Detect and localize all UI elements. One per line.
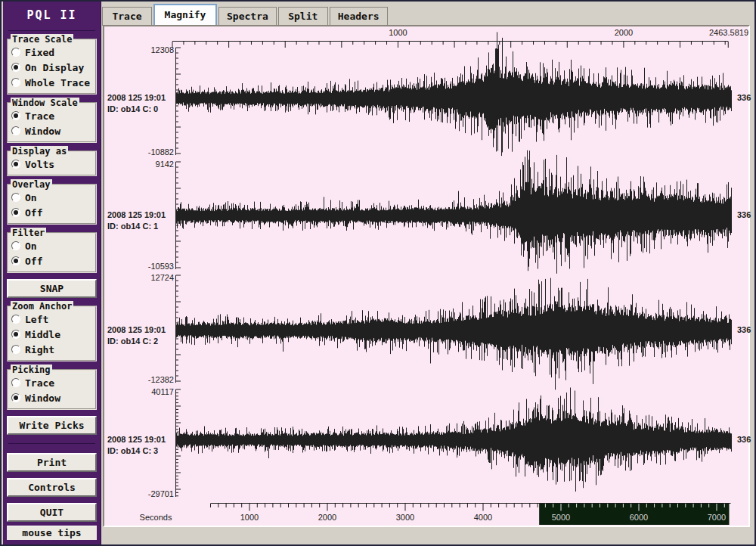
- radio-label: Trace: [25, 110, 54, 122]
- bottom-axis-label: 5000: [552, 513, 570, 522]
- group-filter: FilterOnOff: [7, 232, 97, 273]
- radio-icon[interactable]: [11, 241, 20, 250]
- tab-magnify[interactable]: Magnify: [153, 4, 217, 26]
- waveform-trace-1: [176, 150, 732, 274]
- snap-button[interactable]: SNAP: [7, 279, 97, 298]
- group-label: Overlay: [11, 179, 52, 190]
- radio-zoom-anchor-left[interactable]: Left: [11, 312, 93, 327]
- radio-selected-icon[interactable]: [11, 160, 20, 169]
- radio-icon[interactable]: [11, 126, 20, 135]
- trace-right-label: 336: [737, 325, 751, 334]
- radio-zoom-anchor-middle[interactable]: Middle: [11, 327, 93, 342]
- bottom-axis-label: 1000: [240, 513, 259, 522]
- trace-ymax-label: 12308: [150, 45, 174, 54]
- radio-picking-window[interactable]: Window: [11, 390, 93, 405]
- trace-ymax-label: 12724: [150, 273, 174, 282]
- radio-label: Fixed: [25, 47, 54, 58]
- group-zoom-anchor: Zoom AnchorLeftMiddleRight: [7, 306, 97, 361]
- radio-picking-trace[interactable]: Trace: [11, 375, 93, 390]
- mouse-tips-button[interactable]: mouse tips: [7, 526, 97, 540]
- group-display-as: Display asVolts: [7, 150, 97, 176]
- waveform-trace-3: [176, 388, 732, 492]
- group-picking: PickingTraceWindow: [7, 369, 97, 410]
- top-axis-label: 2463.5819: [709, 28, 748, 37]
- radio-filter-on[interactable]: On: [11, 238, 93, 253]
- controls-button[interactable]: Controls: [7, 478, 97, 497]
- group-label: Window Scale: [11, 98, 79, 108]
- radio-selected-icon[interactable]: [11, 256, 20, 265]
- radio-label: Trace: [25, 377, 54, 389]
- radio-label: On Display: [25, 62, 84, 73]
- tab-headers[interactable]: Headers: [330, 7, 388, 26]
- trace-date-label: 2008 125 19:01: [107, 325, 166, 334]
- bottom-axis-label: 7000: [708, 513, 726, 522]
- trace-date-label: 2008 125 19:01: [107, 210, 166, 219]
- bottom-axis-units-label: Seconds: [140, 513, 172, 522]
- group-label: Filter: [11, 228, 46, 238]
- trace-date-label: 2008 125 19:01: [107, 93, 166, 102]
- trace-date-label: 2008 125 19:01: [107, 435, 166, 444]
- group-label: Display as: [11, 146, 68, 157]
- radio-trace-scale-fixed[interactable]: Fixed: [11, 45, 93, 60]
- radio-selected-icon[interactable]: [11, 393, 20, 402]
- seismic-plot: 1000200030004000500060007000Seconds10002…: [104, 26, 751, 529]
- radio-icon[interactable]: [11, 315, 20, 324]
- group-label: Zoom Anchor: [11, 301, 73, 312]
- trace-ymin-label: -29701: [148, 489, 174, 498]
- radio-label: Off: [25, 207, 42, 219]
- plot-panel: 1000200030004000500060007000Seconds10002…: [103, 25, 750, 527]
- trace-id-label: ID: ob14 C: 2: [107, 337, 158, 346]
- tab-trace[interactable]: Trace: [102, 7, 152, 26]
- tab-spectra[interactable]: Spectra: [218, 7, 277, 26]
- radio-trace-scale-whole-trace[interactable]: Whole Trace: [11, 75, 93, 90]
- print-button[interactable]: Print: [7, 453, 97, 472]
- radio-trace-scale-on-display[interactable]: On Display: [11, 60, 93, 75]
- radio-icon[interactable]: [11, 345, 20, 354]
- trace-right-label: 336: [737, 210, 751, 219]
- radio-zoom-anchor-right[interactable]: Right: [11, 342, 93, 357]
- radio-label: Window: [25, 392, 60, 404]
- radio-window-scale-trace[interactable]: Trace: [11, 108, 93, 123]
- top-axis-label: 1000: [389, 28, 407, 37]
- trace-id-label: ID: ob14 C: 3: [107, 446, 158, 455]
- radio-overlay-on[interactable]: On: [11, 190, 93, 205]
- radio-label: Middle: [25, 329, 60, 340]
- write-picks-button[interactable]: Write Picks: [7, 416, 97, 435]
- radio-label: Volts: [25, 159, 54, 170]
- radio-icon[interactable]: [11, 48, 20, 57]
- sidebar-separator: [8, 30, 95, 31]
- trace-id-label: ID: ob14 C: 0: [107, 104, 158, 113]
- bottom-axis-label: 2000: [318, 513, 336, 522]
- radio-selected-icon[interactable]: [11, 111, 20, 120]
- tab-bar: TraceMagnifySpectraSplitHeaders: [102, 3, 753, 26]
- radio-filter-off[interactable]: Off: [11, 253, 93, 268]
- waveform-trace-0: [176, 32, 732, 156]
- radio-icon[interactable]: [11, 78, 20, 87]
- trace-ymin-label: -10882: [148, 147, 174, 157]
- bottom-axis-label: 4000: [474, 513, 492, 522]
- radio-overlay-off[interactable]: Off: [11, 205, 93, 220]
- radio-icon[interactable]: [11, 378, 20, 387]
- radio-label: Left: [25, 314, 48, 325]
- tab-split[interactable]: Split: [278, 7, 328, 26]
- radio-selected-icon[interactable]: [11, 63, 20, 72]
- top-axis-label: 2000: [615, 28, 633, 37]
- radio-label: Right: [25, 344, 54, 355]
- radio-selected-icon[interactable]: [11, 330, 20, 339]
- radio-label: Window: [25, 126, 60, 137]
- waveform-trace-2: [176, 278, 732, 390]
- quit-button[interactable]: QUIT: [7, 503, 97, 522]
- radio-label: Whole Trace: [25, 77, 90, 88]
- radio-label: On: [25, 192, 37, 203]
- radio-selected-icon[interactable]: [11, 208, 20, 217]
- group-window-scale: Window ScaleTraceWindow: [7, 102, 97, 143]
- bottom-axis-label: 3000: [396, 513, 414, 522]
- group-trace-scale: Trace ScaleFixedOn DisplayWhole Trace: [7, 39, 97, 95]
- trace-ymin-label: -10593: [148, 262, 174, 271]
- trace-right-label: 336: [737, 435, 751, 444]
- radio-display-as-volts[interactable]: Volts: [11, 157, 93, 172]
- app-window: PQL II Trace ScaleFixedOn DisplayWhole T…: [0, 0, 756, 546]
- sidebar: PQL II Trace ScaleFixedOn DisplayWhole T…: [3, 2, 101, 544]
- radio-icon[interactable]: [11, 193, 20, 202]
- radio-window-scale-window[interactable]: Window: [11, 123, 93, 138]
